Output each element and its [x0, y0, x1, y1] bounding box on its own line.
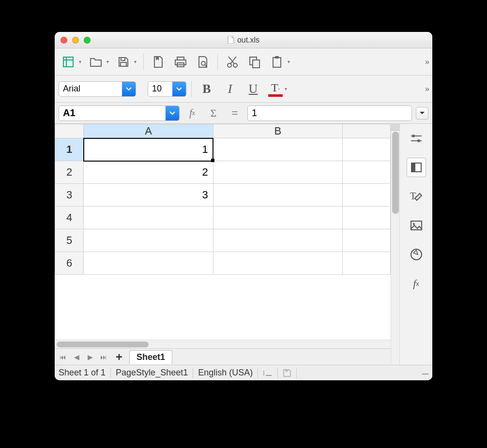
font-size-input[interactable] [148, 82, 172, 96]
cell-c1[interactable] [342, 138, 390, 161]
cell-reference-input[interactable] [59, 106, 166, 120]
sidebar-settings-icon[interactable] [407, 129, 426, 148]
column-header-a[interactable]: A [84, 124, 213, 138]
functions-panel-icon[interactable]: fx [407, 274, 426, 293]
grid[interactable]: A B 1 1 2 2 [55, 124, 391, 340]
titlebar: out.xls [55, 32, 432, 48]
font-color-dropdown[interactable]: ▾ [285, 86, 287, 91]
svg-rect-25 [411, 221, 422, 230]
window-title: out.xls [55, 36, 432, 45]
formula-bar-expand-button[interactable] [416, 107, 428, 119]
save-button[interactable] [114, 52, 133, 72]
open-button[interactable] [86, 52, 106, 72]
row-header-3[interactable]: 3 [55, 184, 84, 207]
svg-point-8 [201, 61, 205, 65]
font-size-combo[interactable] [148, 81, 186, 97]
svg-rect-15 [253, 60, 259, 68]
font-name-input[interactable] [59, 82, 122, 96]
cell-b5[interactable] [213, 229, 342, 252]
new-document-button[interactable] [59, 52, 78, 72]
prev-sheet-button[interactable]: ◀ [71, 352, 82, 362]
zoom-out-button[interactable]: – [422, 366, 428, 380]
cell-b3[interactable] [213, 184, 342, 207]
name-box[interactable] [59, 105, 180, 121]
sum-button[interactable]: Σ [205, 105, 222, 122]
font-color-icon: T∙ [271, 81, 280, 94]
save-status-icon[interactable] [283, 369, 291, 377]
column-header-b[interactable]: B [213, 124, 342, 138]
status-language[interactable]: English (USA) [198, 368, 253, 378]
navigator-panel-icon[interactable] [407, 245, 426, 264]
paste-button[interactable] [267, 52, 287, 72]
row-header-6[interactable]: 6 [55, 252, 84, 275]
properties-panel-icon[interactable] [407, 158, 426, 177]
print-button[interactable] [171, 52, 190, 72]
column-header-c[interactable] [342, 124, 390, 138]
cell-b1[interactable] [213, 138, 342, 161]
status-page-style[interactable]: PageStyle_Sheet1 [116, 368, 188, 378]
row-header-4[interactable]: 4 [55, 207, 84, 229]
formatting-overflow-button[interactable]: » [425, 85, 428, 93]
bold-button[interactable]: B [197, 79, 217, 99]
horizontal-scrollbar[interactable] [55, 340, 391, 348]
select-all-corner[interactable] [55, 124, 84, 138]
export-pdf-button[interactable] [149, 52, 168, 72]
font-color-button[interactable]: T∙ ▾ [266, 80, 289, 98]
cut-button[interactable] [223, 52, 242, 72]
open-dropdown[interactable]: ▾ [107, 59, 109, 64]
formula-input[interactable] [247, 105, 412, 121]
cell-c4[interactable] [342, 207, 390, 229]
document-icon [228, 36, 234, 44]
font-size-dropdown[interactable] [172, 82, 186, 96]
add-sheet-button[interactable]: + [112, 350, 126, 364]
cell-b6[interactable] [213, 252, 342, 275]
sheet-tab[interactable]: Sheet1 [129, 350, 172, 364]
font-name-dropdown[interactable] [122, 82, 136, 96]
cell-a6[interactable] [84, 252, 213, 275]
cell-b4[interactable] [213, 207, 342, 229]
font-name-combo[interactable] [59, 81, 136, 97]
save-dropdown[interactable]: ▾ [134, 59, 137, 64]
next-sheet-button[interactable]: ▶ [85, 352, 95, 362]
sidebar: T fx [399, 124, 432, 365]
cell-c5[interactable] [342, 229, 390, 252]
cell-c6[interactable] [342, 252, 390, 275]
last-sheet-button[interactable]: ⏭ [98, 352, 109, 362]
row-header-5[interactable]: 5 [55, 229, 84, 252]
cell-c2[interactable] [342, 161, 390, 184]
name-box-dropdown[interactable] [166, 106, 179, 120]
cell-a5[interactable] [84, 229, 213, 252]
cell-a3[interactable]: 3 [84, 184, 213, 207]
italic-button[interactable]: I [220, 79, 240, 99]
standard-toolbar: ▾ ▾ ▾ ▾ » [55, 48, 432, 75]
cell-b2[interactable] [213, 161, 342, 184]
styles-panel-icon[interactable]: T [407, 187, 426, 206]
insert-mode-icon[interactable]: I [263, 369, 273, 377]
first-sheet-button[interactable]: ⏮ [58, 352, 68, 362]
underline-button[interactable]: U [243, 79, 263, 99]
toolbar-overflow-button[interactable]: » [425, 58, 428, 66]
svg-rect-17 [275, 56, 279, 59]
split-handle[interactable] [391, 124, 400, 131]
row-header-1[interactable]: 1 [55, 138, 84, 161]
copy-button[interactable] [245, 52, 264, 72]
vertical-scrollbar[interactable] [391, 124, 399, 365]
formatting-toolbar: B I U T∙ ▾ » [55, 75, 432, 103]
row-header-2[interactable]: 2 [55, 161, 84, 184]
cell-a2[interactable]: 2 [84, 161, 213, 184]
svg-text:T: T [410, 191, 416, 201]
print-preview-button[interactable] [193, 52, 213, 72]
paste-dropdown[interactable]: ▾ [288, 59, 290, 64]
cell-a1[interactable]: 1 [84, 138, 213, 161]
svg-line-9 [205, 65, 206, 66]
main-area: A B 1 1 2 2 [55, 124, 432, 365]
cell-a4[interactable] [84, 207, 213, 229]
function-wizard-button[interactable]: fx [183, 105, 201, 122]
equals-button[interactable]: = [226, 105, 244, 122]
cell-c3[interactable] [342, 184, 390, 207]
new-document-dropdown[interactable]: ▾ [79, 59, 81, 64]
status-sheet-count: Sheet 1 of 1 [59, 368, 106, 378]
gallery-panel-icon[interactable] [407, 216, 426, 235]
app-window: out.xls ▾ ▾ ▾ [55, 32, 432, 380]
svg-rect-23 [411, 163, 415, 172]
